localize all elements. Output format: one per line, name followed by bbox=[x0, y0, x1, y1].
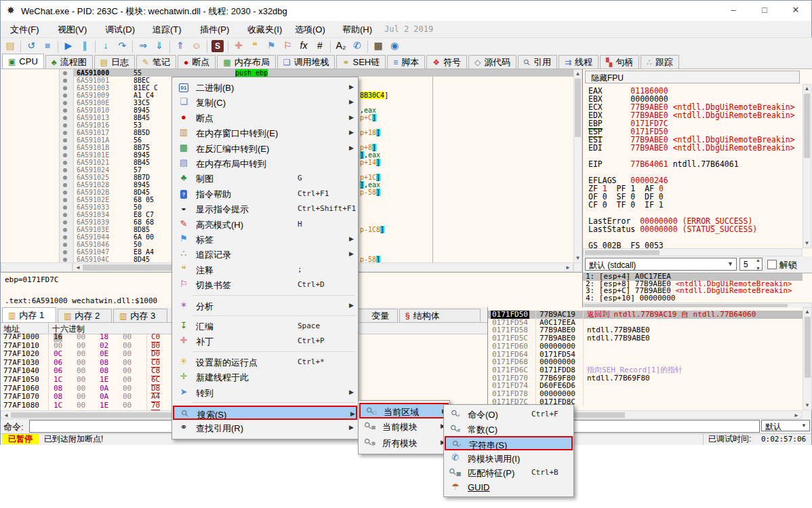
step-over-icon[interactable]: ↷ bbox=[114, 38, 130, 53]
arg-depth-spinner[interactable]: 5 ▲ ▼ bbox=[739, 258, 763, 271]
menu-item-all-modules[interactable]: ⚲✲所有模块▶ bbox=[359, 435, 449, 451]
tab-跟踪[interactable]: ∴跟踪 bbox=[641, 55, 679, 69]
menu-item-analysis[interactable]: ✶分析▶ bbox=[173, 298, 357, 313]
attach-icon[interactable]: ☺ bbox=[188, 38, 205, 53]
menu-item-follow-in-dump[interactable]: ▥在内存窗口中转到(E)▶ bbox=[173, 125, 357, 140]
stack-row[interactable]: 0171FD6000000000 bbox=[488, 343, 803, 351]
stack-vscrollbar[interactable]: ▲ ▼ bbox=[803, 307, 812, 410]
menu-item-binary[interactable]: 01二进制(B)▶ bbox=[173, 80, 357, 94]
menu-item-copy[interactable]: ❏复制(C)▶ bbox=[173, 95, 357, 109]
stack-row[interactable]: 0171FD5C77B9ABE0ntdll.77B9ABE0 bbox=[488, 334, 803, 343]
menu-item-patch[interactable]: ✚补丁Ctrl+P bbox=[173, 334, 357, 348]
menubar-item-5[interactable]: 收藏夹(I) bbox=[243, 24, 286, 36]
tab-断点[interactable]: ●断点 bbox=[178, 55, 216, 69]
menu-item-trace-record[interactable]: ∴追踪记录▶ bbox=[173, 247, 357, 261]
az-icon[interactable]: A₂ bbox=[333, 38, 349, 53]
menu-item-breakpoint[interactable]: ●断点▶ bbox=[173, 111, 357, 125]
menu-item-show-mnemonic-brief[interactable]: ◒显示指令提示Ctrl+Shift+F1 bbox=[173, 201, 357, 216]
argument-row[interactable]: 4: [esp+10] 00000000 bbox=[583, 295, 803, 302]
strings-icon[interactable]: S bbox=[211, 40, 224, 52]
unlock-checkbox[interactable] bbox=[767, 260, 777, 269]
tab-引用[interactable]: ⚲引用 bbox=[518, 55, 557, 69]
registers-vscrollbar[interactable]: ▲ ▼ bbox=[803, 84, 811, 248]
tab-日志[interactable]: ▤日志 bbox=[94, 55, 135, 69]
disasm-vscrollbar[interactable]: ▲ ▼ bbox=[573, 69, 582, 263]
tab-流程图[interactable]: ♣流程图 bbox=[45, 55, 93, 69]
menu-item-follow-in-disassembler[interactable]: ▦在反汇编中转到(E)▶ bbox=[173, 141, 357, 155]
step-into-icon[interactable]: ↓ bbox=[98, 38, 114, 53]
command-profile-select[interactable]: 默认 ▼ bbox=[761, 420, 810, 431]
menu-item-find-references[interactable]: ⚭查找引用(R)▶ bbox=[173, 421, 357, 435]
tab-locals-partial[interactable]: 变量 bbox=[353, 309, 398, 322]
modules-call-icon[interactable]: ✆ bbox=[349, 38, 365, 53]
stack-row[interactable]: 0171FD7077B69F80ntdll.77B69F80 bbox=[488, 374, 803, 383]
globe-icon[interactable]: ◉ bbox=[386, 38, 403, 53]
menu-item-pattern[interactable]: ⚲▦匹配特征(P)Ctrl+B bbox=[445, 465, 573, 480]
arguments-view[interactable]: 1: [esp+4] A0C17EEA2: [esp+8] 77B9ABE0 <… bbox=[583, 273, 812, 301]
tab-struct[interactable]: § 结构体 bbox=[399, 309, 481, 322]
menubar-item-4[interactable]: 插件(P) bbox=[196, 24, 233, 36]
menu-item-current-module[interactable]: ⚲⊠当前模块▶ bbox=[359, 419, 449, 435]
menu-item-label[interactable]: ⚑标签▶ bbox=[173, 232, 357, 246]
menu-item-create-new-thread[interactable]: ✛新建线程于此 bbox=[173, 370, 357, 384]
comments-icon[interactable]: ❝ bbox=[247, 38, 263, 53]
menu-item-set-new-origin[interactable]: ✳设置新的运行点Ctrl+* bbox=[173, 355, 357, 369]
stack-row[interactable]: 0171FD640171FD54 bbox=[488, 351, 803, 359]
bookmarks-icon[interactable]: ⚐ bbox=[279, 38, 296, 53]
registers-hscrollbar[interactable] bbox=[583, 248, 803, 256]
step-out-icon[interactable]: ⇑ bbox=[172, 38, 188, 53]
tab-dump-2[interactable]: ▥内存 2 bbox=[58, 309, 112, 322]
stack-row[interactable]: 0171FD74D60FE6D6 bbox=[488, 382, 803, 390]
tab-源代码[interactable]: ◇源代码 bbox=[468, 55, 516, 69]
menubar-item-1[interactable]: 视图(V) bbox=[54, 24, 91, 36]
restart-icon[interactable]: ↺ bbox=[23, 38, 39, 53]
open-file-icon[interactable]: ▤ bbox=[2, 38, 18, 53]
menu-item-intermodular-calls[interactable]: ✆跨模块调用(I) bbox=[445, 451, 573, 465]
stack-row[interactable]: 0171FD7800000000 bbox=[488, 390, 803, 398]
tab-符号[interactable]: ❖符号 bbox=[426, 55, 467, 69]
close-button[interactable]: ✕ bbox=[780, 1, 811, 21]
menu-item-assemble[interactable]: ↧汇编Space bbox=[173, 319, 357, 333]
labels-icon[interactable]: ⚑ bbox=[263, 38, 279, 53]
disasm-row[interactable]: 6A59100055push ebp bbox=[1, 69, 573, 77]
callconv-select[interactable]: 默认 (stdcall) ▼ bbox=[585, 258, 737, 271]
tab-dump-3[interactable]: ▥内存 3 bbox=[113, 309, 167, 322]
tab-笔记[interactable]: ✎笔记 bbox=[136, 55, 176, 69]
tab-句柄[interactable]: ▚句柄 bbox=[600, 55, 639, 69]
menu-item-current-region[interactable]: ⚲□当前区域▶ bbox=[359, 403, 449, 418]
run-icon[interactable]: ▶ bbox=[60, 38, 77, 53]
menubar-item-7[interactable]: 帮助(H) bbox=[338, 24, 376, 36]
menu-item-command[interactable]: ⚲›命令(O)Ctrl+F bbox=[445, 407, 573, 421]
menubar-item-2[interactable]: 调试(D) bbox=[101, 24, 139, 36]
spinner-up-icon[interactable]: ▲ bbox=[756, 258, 760, 262]
menu-item-string-references[interactable]: ⚲“字符串(S) bbox=[445, 436, 573, 450]
menu-item-toggle-bookmark[interactable]: ⚐切换书签Ctrl+D bbox=[173, 277, 357, 292]
calculator-icon[interactable]: ▦ bbox=[370, 38, 386, 53]
menu-item-graph[interactable]: ♣制图G bbox=[173, 171, 357, 185]
menu-item-follow-in-memory-map[interactable]: ▤在内存布局中转到 bbox=[173, 156, 357, 170]
tab-dump-1[interactable]: ▥内存 1 bbox=[2, 307, 56, 322]
tab-线程[interactable]: ⇉线程 bbox=[559, 55, 598, 69]
menu-item-comment[interactable]: ❝注释; bbox=[173, 262, 357, 277]
tab-内存布局[interactable]: ▦内存布局 bbox=[217, 55, 275, 69]
hide-fpu-button[interactable]: 隐藏FPU bbox=[585, 71, 800, 83]
tab-调用堆栈[interactable]: ❏调用堆栈 bbox=[277, 55, 336, 69]
spinner-down-icon[interactable]: ▼ bbox=[756, 266, 760, 271]
menu-item-constant[interactable]: ⚲#常数(C) bbox=[445, 422, 573, 436]
minimize-button[interactable]: – bbox=[718, 1, 749, 21]
tab-SEH链[interactable]: ⚭SEH链 bbox=[336, 55, 386, 69]
menu-item-goto[interactable]: ➤转到▶ bbox=[173, 385, 357, 399]
maximize-button[interactable]: □ bbox=[749, 1, 780, 21]
pause-icon[interactable]: ∥ bbox=[77, 38, 93, 53]
tab-脚本[interactable]: ≡脚本 bbox=[387, 55, 425, 69]
run-to-user-code-icon[interactable]: ⇓ bbox=[151, 38, 167, 53]
execute-till-return-icon[interactable]: ⇒ bbox=[135, 38, 151, 53]
hash-icon[interactable]: # bbox=[312, 38, 328, 53]
menu-item-highlighting-mode[interactable]: ✎高亮模式(H)H bbox=[173, 217, 357, 231]
stop-icon[interactable]: ■ bbox=[39, 38, 56, 53]
menu-item-instruction-help[interactable]: ?指令帮助Ctrl+F1 bbox=[173, 187, 357, 201]
stack-row[interactable]: 0171FD6C0171FDD8指向SEH_Record[1]的指针 bbox=[488, 366, 803, 374]
patch-icon[interactable]: ✚ bbox=[230, 38, 247, 53]
menubar-item-6[interactable]: 选项(O) bbox=[291, 24, 329, 36]
menubar-item-0[interactable]: 文件(F) bbox=[6, 24, 43, 36]
